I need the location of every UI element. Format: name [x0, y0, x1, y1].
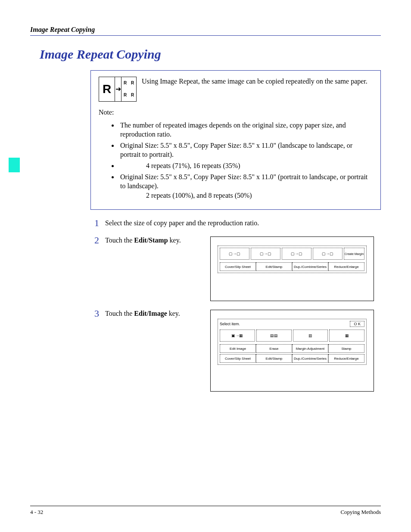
- edit-stamp-button[interactable]: Edit/Stamp: [256, 354, 292, 363]
- note-label: Note:: [99, 108, 373, 117]
- step-text: Select the size of copy paper and the re…: [105, 218, 381, 227]
- reduce-enlarge-button[interactable]: Reduce/Enlarge: [328, 262, 364, 271]
- step-3: 3 Touch the Edit/Image key. Select item.…: [90, 309, 381, 392]
- step-text: Touch the Edit/Image key.: [105, 310, 204, 317]
- edit-image-button[interactable]: Edit Image: [220, 344, 256, 353]
- step-2: 2 Touch the Edit/Stamp key. ▢→▢ ▢→▢ ▢→▢ …: [90, 236, 381, 301]
- touchscreen-figure: Select item. O K ▣→▦ ▤▤ ▥ ▦ Edit Image: [210, 310, 374, 392]
- stamp-button[interactable]: Stamp: [328, 344, 364, 353]
- step-number: 1: [90, 218, 99, 228]
- ok-button[interactable]: O K: [350, 321, 364, 327]
- mode-icon[interactable]: ▢→▢: [251, 248, 280, 260]
- step-number: 3: [90, 309, 99, 318]
- note-list: The number of repeated images depends on…: [118, 121, 373, 200]
- page-footer: 4 - 32 Copying Methods: [30, 506, 381, 516]
- cover-slip-sheet-button[interactable]: Cover/Slip Sheet: [220, 354, 256, 363]
- dup-combine-series-button[interactable]: Dup./Combine/Series: [292, 262, 328, 271]
- touchscreen-figure: ▢→▢ ▢→▢ ▢→▢ ▢→▢ Create Margin Cover/Slip…: [210, 236, 374, 301]
- intro-text: Using Image Repeat, the same image can b…: [142, 77, 367, 102]
- note-item: Original Size: 5.5" x 8.5", Copy Paper S…: [118, 172, 373, 200]
- intro-box: R ➜ RRRR Using Image Repeat, the same im…: [90, 70, 381, 210]
- step-text: Touch the Edit/Stamp key.: [105, 236, 204, 244]
- option-icon[interactable]: ▦: [329, 330, 364, 342]
- image-repeat-icon: R ➜ RRRR: [99, 77, 137, 102]
- cover-slip-sheet-button[interactable]: Cover/Slip Sheet: [220, 262, 256, 271]
- panel-2: Select item. O K ▣→▦ ▤▤ ▥ ▦ Edit Image: [218, 319, 367, 365]
- section-tab: [9, 158, 20, 172]
- dup-combine-series-button[interactable]: Dup./Combine/Series: [292, 354, 328, 363]
- reduce-enlarge-button[interactable]: Reduce/Enlarge: [328, 354, 364, 363]
- select-item-label: Select item.: [220, 322, 240, 326]
- edit-stamp-button[interactable]: Edit/Stamp: [256, 262, 292, 271]
- running-header: Image Repeat Copying: [30, 26, 381, 36]
- mode-icon[interactable]: ▢→▢: [313, 248, 342, 260]
- page-title: Image Repeat Copying: [40, 47, 381, 62]
- step-1: 1 Select the size of copy paper and the …: [90, 218, 381, 228]
- create-margin-button[interactable]: Create Margin: [344, 248, 364, 260]
- page-number: 4 - 32: [30, 509, 43, 516]
- section-name: Copying Methods: [340, 509, 381, 516]
- option-icon[interactable]: ▥: [293, 330, 328, 342]
- note-item: Original Size: 5.5" x 8.5", Copy Paper S…: [118, 141, 373, 159]
- step-number: 2: [90, 236, 99, 245]
- note-item: The number of repeated images depends on…: [118, 121, 373, 139]
- mode-icon[interactable]: ▢→▢: [282, 248, 311, 260]
- note-item: 4 repeats (71%), 16 repeats (35%): [118, 161, 373, 171]
- mode-icon[interactable]: ▢→▢: [220, 248, 249, 260]
- option-icon[interactable]: ▣→▦: [220, 330, 255, 342]
- erase-button[interactable]: Erase: [256, 344, 292, 353]
- option-icon[interactable]: ▤▤: [256, 330, 292, 342]
- margin-adjustment-button[interactable]: Margin Adjustment: [292, 344, 328, 353]
- panel-1: ▢→▢ ▢→▢ ▢→▢ ▢→▢ Create Margin Cover/Slip…: [218, 246, 367, 273]
- steps: 1 Select the size of copy paper and the …: [90, 218, 381, 392]
